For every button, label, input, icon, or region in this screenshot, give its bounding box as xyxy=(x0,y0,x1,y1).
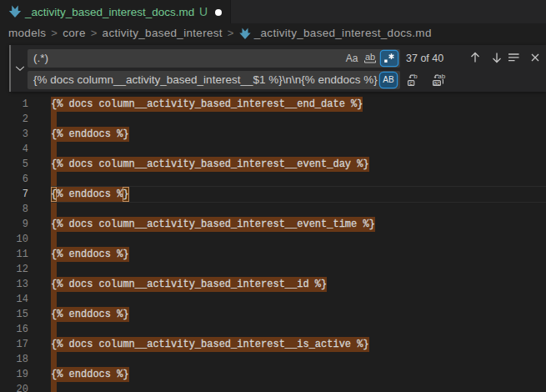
svg-text:ab: ab xyxy=(365,52,375,62)
svg-text:ac: ac xyxy=(433,79,440,87)
svg-text:c: c xyxy=(409,79,413,87)
svg-text:b: b xyxy=(413,73,418,80)
